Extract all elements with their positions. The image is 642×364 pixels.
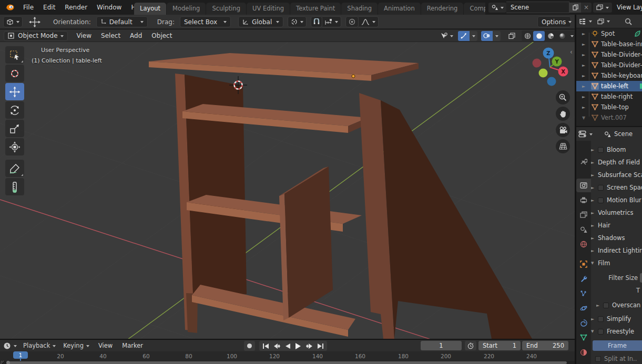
outliner-item-table-top[interactable]: ► Table-top [576,102,642,112]
shading-solid-button[interactable] [533,31,545,41]
ssr-checkbox[interactable] [598,185,604,191]
playback-dropdown[interactable]: Playback [23,342,56,349]
expand-arrow-icon[interactable]: ► [591,223,598,228]
proportional-falloff-dropdown[interactable] [359,16,379,27]
shading-material-button[interactable] [545,31,556,41]
end-frame-field[interactable]: End 250 [522,341,568,350]
current-frame-field[interactable]: 1 [421,341,462,350]
panel-screen-space-reflections[interactable]: ► Screen Space Reflections [591,182,642,193]
expand-arrow-icon[interactable]: ► [580,95,587,99]
tool-annotate[interactable] [5,160,24,177]
editor-separator-vertical[interactable] [575,15,576,364]
tab-material[interactable] [580,349,587,356]
overscan-checkbox[interactable] [603,303,609,308]
editor-type-button[interactable] [3,16,23,27]
options-dropdown[interactable]: Options [537,16,571,27]
panel-subsurface-scattering[interactable]: ► Subsurface Scattering [591,169,642,181]
view-layer-name[interactable]: View Layer [617,4,642,11]
split-at-row[interactable]: Split at In.. [595,353,642,364]
next-keyframe-button[interactable] [303,344,315,349]
tab-object[interactable] [580,261,587,268]
expand-arrow-icon[interactable]: ▼ [591,261,598,265]
resize-corner-icon[interactable] [1,361,5,364]
timeline-editor-type-button[interactable] [3,342,17,350]
proportional-editing-button[interactable] [345,16,359,27]
gizmo-axis-neg-y[interactable] [539,69,548,78]
snap-toggle-button[interactable] [311,16,322,27]
menu-edit[interactable]: Edit [38,4,60,11]
outliner-display-mode-button[interactable] [597,18,610,25]
expand-arrow-icon[interactable]: ► [580,32,587,36]
tab-world[interactable] [580,241,587,248]
split-checkbox[interactable] [595,356,601,362]
expand-arrow-icon[interactable]: ► [580,42,587,47]
tool-select-box[interactable] [5,46,24,64]
xray-toggle[interactable] [506,31,517,41]
play-button[interactable] [293,343,303,349]
blender-logo-icon[interactable] [5,4,14,11]
tab-uv-editing[interactable]: UV Editing [247,3,290,15]
shading-rendered-button[interactable] [556,31,568,41]
tab-texture-paint[interactable]: Texture Paint [290,3,341,15]
properties-editor-type-button[interactable] [578,130,593,138]
tab-compositing[interactable]: Compositing [464,3,485,15]
expand-arrow-icon[interactable]: ▼ [591,329,598,334]
snap-target-dropdown[interactable] [322,16,341,27]
expand-arrow-icon[interactable]: ► [591,148,598,152]
tab-tool[interactable] [580,158,587,165]
panel-shadows[interactable]: ► Shadows [591,232,642,244]
expand-arrow-icon[interactable]: ► [591,173,598,178]
tab-layout[interactable]: Layout [134,3,166,15]
timeline-menu-marker[interactable]: Marker [117,342,148,349]
expand-arrow-icon[interactable]: ► [591,198,598,203]
outliner-item-table-left[interactable]: ► table-left [576,81,642,91]
outliner-item-table-right[interactable]: ► table-right [576,91,642,102]
tab-output[interactable] [580,196,587,204]
tool-move[interactable] [5,83,24,100]
jump-to-start-button[interactable] [260,344,271,349]
transform-orientation-dropdown[interactable]: Global [238,16,283,27]
expand-arrow-icon[interactable]: ► [591,248,598,253]
prev-keyframe-button[interactable] [271,344,283,349]
expand-arrow-icon[interactable]: ► [580,105,587,110]
overlays-dropdown[interactable] [493,31,501,41]
panel-simplify[interactable]: ► Simplify [591,313,642,325]
freestyle-checkbox[interactable] [598,329,604,335]
expand-arrow-icon[interactable]: ► [580,63,587,68]
outliner-item-vert007[interactable]: ▼ Vert.007 [576,112,642,123]
tab-constraints[interactable] [580,319,587,327]
timeline-menu-view[interactable]: View [94,342,117,349]
tab-render[interactable] [580,182,587,189]
tab-rendering[interactable]: Rendering [421,3,464,15]
tab-shading[interactable]: Shading [341,3,378,15]
menu-select[interactable]: Select [96,32,125,39]
expand-arrow-icon[interactable]: ► [591,160,598,165]
tool-rotate[interactable] [5,101,24,119]
shading-wireframe-button[interactable] [522,31,533,41]
timeline-ruler[interactable]: 20 40 60 80 100 120 140 160 180 200 220 … [0,351,575,361]
expand-arrow-icon[interactable]: ► [596,303,603,308]
scene-copy-button[interactable] [569,3,581,13]
view-layer-browse-button[interactable] [593,3,612,13]
camera-view-button[interactable] [556,123,570,137]
tab-animation[interactable]: Animation [378,3,421,15]
mode-dropdown[interactable]: Object Mode [4,31,68,41]
scrollbar-knob[interactable] [6,361,10,364]
menu-render[interactable]: Render [60,4,92,11]
drag-dropdown[interactable]: Select Box [180,16,231,27]
outliner-item-table-keyboard[interactable]: ► Table-keyboar [576,70,642,81]
tool-cursor[interactable] [5,65,24,82]
outliner-item-spot[interactable]: ► Spot [576,28,642,39]
expand-arrow-icon[interactable]: ► [580,53,587,57]
gizmo-axis-neg-x[interactable] [533,59,542,68]
expand-arrow-icon[interactable]: ► [591,236,598,241]
outliner-item-table-divider-2[interactable]: ► Table-Divider- [576,60,642,70]
expand-arrow-icon[interactable]: ▼ [580,116,587,120]
overlays-toggle[interactable] [481,31,493,41]
scrollbar-handle[interactable] [6,361,567,364]
expand-arrow-icon[interactable]: ► [580,84,587,89]
menu-file[interactable]: File [18,4,38,11]
filter-size-field[interactable] [640,273,642,283]
prev-frame-button[interactable] [283,344,293,349]
expand-arrow-icon[interactable]: ► [591,211,598,215]
